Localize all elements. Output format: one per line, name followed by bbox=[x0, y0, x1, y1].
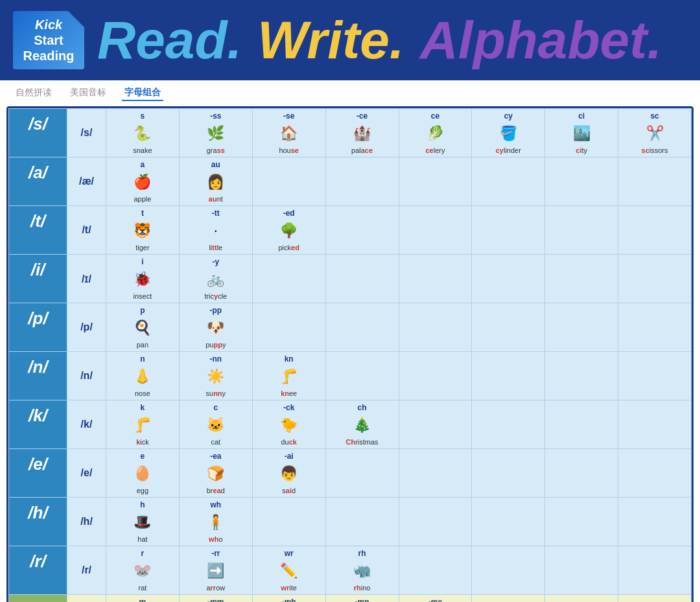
data-cell: -se 🏠 house bbox=[252, 109, 325, 157]
ipa-cell: /t/ bbox=[67, 206, 106, 255]
data-cell: -ck 🐤 duck bbox=[252, 400, 325, 449]
data-cell: t 🐯 tiger bbox=[106, 206, 180, 255]
data-cell: -y 🚲 tricycle bbox=[179, 255, 252, 303]
data-cell bbox=[545, 303, 618, 352]
nav-tabs: 自然拼读 美国音标 字母组合 bbox=[0, 80, 700, 106]
data-cell bbox=[399, 498, 472, 546]
data-cell: i 🐞 insect bbox=[106, 255, 180, 303]
data-cell bbox=[618, 400, 692, 449]
data-cell bbox=[399, 449, 472, 498]
data-cell bbox=[325, 255, 399, 303]
data-cell bbox=[618, 206, 692, 255]
data-cell bbox=[618, 303, 692, 352]
data-cell: kn 🦵 knee bbox=[252, 352, 325, 400]
data-cell: ce 🥬 celery bbox=[399, 109, 472, 157]
logo-fold bbox=[68, 11, 84, 27]
data-cell bbox=[399, 303, 472, 352]
data-cell: -mm 🔨 hammer bbox=[179, 595, 252, 603]
data-cell bbox=[252, 498, 325, 546]
header: Kick Start Reading Read. Write. Alphabet… bbox=[0, 0, 700, 80]
data-cell: -me 🚪 welcome bbox=[399, 595, 472, 603]
data-cell bbox=[472, 449, 545, 498]
data-cell bbox=[472, 303, 545, 352]
data-cell: a 🍎 apple bbox=[106, 157, 180, 206]
data-cell bbox=[472, 595, 545, 603]
tab-ipa[interactable]: 美国音标 bbox=[67, 86, 109, 101]
data-cell: wh 🧍 who bbox=[179, 498, 252, 546]
data-cell: wr ✏️ write bbox=[252, 546, 325, 595]
data-cell bbox=[618, 352, 692, 400]
data-cell: -pp 🐶 puppy bbox=[179, 303, 252, 352]
data-cell: -ed 🌳 picked bbox=[252, 206, 325, 255]
data-cell bbox=[472, 546, 545, 595]
data-cell: rh 🦏 rhino bbox=[325, 546, 399, 595]
data-cell bbox=[252, 157, 325, 206]
data-cell: -rr ➡️ arrow bbox=[179, 546, 252, 595]
data-cell: -tt · little bbox=[179, 206, 252, 255]
phoneme-cell: /n/ bbox=[9, 352, 67, 400]
data-cell bbox=[545, 498, 618, 546]
data-cell: cy 🪣 cylinder bbox=[472, 109, 545, 157]
header-title: Read. Write. Alphabet. bbox=[97, 10, 662, 71]
phoneme-cell: /k/ bbox=[9, 400, 67, 449]
data-cell: -mb 🧗 climb bbox=[252, 595, 325, 603]
data-cell: ch 🎄 Christmas bbox=[325, 400, 399, 449]
data-cell bbox=[472, 498, 545, 546]
data-cell: -ai 👦 said bbox=[252, 449, 325, 498]
data-cell bbox=[399, 352, 472, 400]
data-cell: m 👨 man bbox=[106, 595, 180, 603]
ipa-cell: /p/ bbox=[67, 303, 106, 352]
data-cell bbox=[325, 352, 399, 400]
data-cell: n 👃 nose bbox=[106, 352, 180, 400]
data-cell bbox=[472, 157, 545, 206]
data-cell bbox=[252, 303, 325, 352]
logo: Kick Start Reading bbox=[13, 11, 84, 69]
data-cell: c 🐱 cat bbox=[179, 400, 252, 449]
data-cell: e 🥚 egg bbox=[106, 449, 180, 498]
ipa-cell: /n/ bbox=[67, 352, 106, 400]
data-cell bbox=[472, 400, 545, 449]
ipa-cell: /r/ bbox=[67, 546, 106, 595]
title-read: Read. bbox=[97, 10, 242, 71]
data-cell: s 🐍 snake bbox=[106, 109, 180, 157]
data-cell bbox=[545, 352, 618, 400]
data-cell bbox=[618, 157, 692, 206]
phoneme-cell: /i/ bbox=[9, 255, 67, 303]
tab-zimu[interactable]: 字母组合 bbox=[122, 86, 163, 101]
data-cell bbox=[618, 546, 692, 595]
data-cell bbox=[325, 157, 399, 206]
data-cell bbox=[472, 352, 545, 400]
data-cell: -mn 🏛️ column bbox=[325, 595, 399, 603]
title-alphabet: Alphabet. bbox=[420, 10, 662, 71]
data-cell bbox=[399, 546, 472, 595]
data-cell bbox=[545, 449, 618, 498]
data-cell bbox=[545, 255, 618, 303]
phoneme-cell: /t/ bbox=[9, 206, 67, 255]
data-cell: -ce 🏰 palace bbox=[325, 109, 399, 157]
ipa-cell: /ɪ/ bbox=[67, 255, 106, 303]
data-cell bbox=[472, 206, 545, 255]
ipa-cell: /æ/ bbox=[67, 157, 106, 206]
phoneme-cell: /m/ bbox=[9, 595, 67, 603]
data-cell bbox=[618, 498, 692, 546]
ipa-cell: /m/ bbox=[67, 595, 106, 603]
data-cell: h 🎩 hat bbox=[106, 498, 180, 546]
data-cell bbox=[399, 255, 472, 303]
tab-ziran[interactable]: 自然拼读 bbox=[13, 86, 54, 101]
data-cell bbox=[399, 206, 472, 255]
data-cell: -nn ☀️ sunny bbox=[179, 352, 252, 400]
data-cell bbox=[325, 498, 399, 546]
data-cell: p 🍳 pan bbox=[106, 303, 180, 352]
data-cell bbox=[545, 400, 618, 449]
data-cell: au 👩 aunt bbox=[179, 157, 252, 206]
phoneme-cell: /h/ bbox=[9, 498, 67, 546]
title-write: Write. bbox=[257, 10, 404, 71]
data-cell: r 🐭 rat bbox=[106, 546, 180, 595]
data-cell bbox=[399, 400, 472, 449]
data-cell bbox=[618, 595, 692, 603]
phonics-table: /s//s/ s 🐍 snake -ss 🌿 grass -se 🏠 house bbox=[8, 108, 692, 602]
ipa-cell: /k/ bbox=[67, 400, 106, 449]
phoneme-cell: /e/ bbox=[9, 449, 67, 498]
data-cell bbox=[545, 546, 618, 595]
data-cell bbox=[618, 255, 692, 303]
